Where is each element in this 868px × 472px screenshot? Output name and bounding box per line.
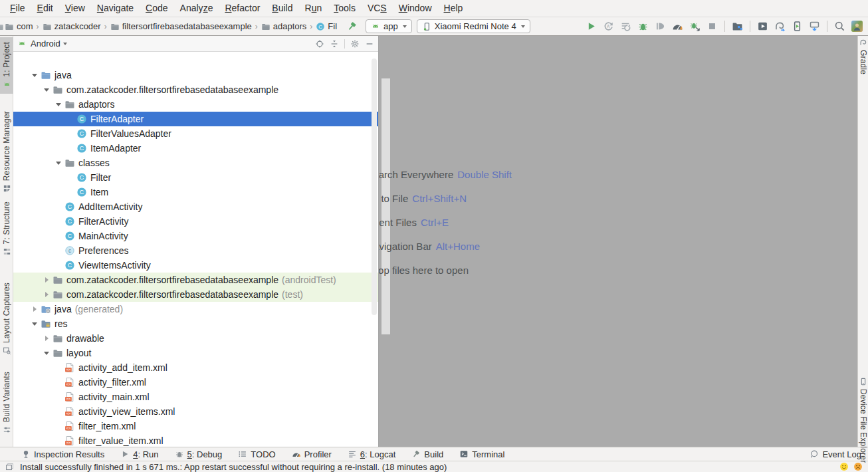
breadcrumb-item-com[interactable]: com xyxy=(5,21,33,31)
toolwindow-toggle-icon[interactable] xyxy=(5,463,14,471)
chevron-collapsed-icon[interactable] xyxy=(41,289,52,300)
menu-item-build[interactable]: Build xyxy=(266,0,298,17)
settings-button[interactable] xyxy=(350,39,360,49)
menu-item-view[interactable]: View xyxy=(59,0,91,17)
chevron-collapsed-icon[interactable] xyxy=(29,304,40,314)
feedback-sad-icon[interactable] xyxy=(853,462,863,471)
apply-changes-restart-button[interactable]: A xyxy=(603,21,614,32)
hide-button[interactable] xyxy=(365,39,374,49)
collapse-all-button[interactable] xyxy=(330,39,339,49)
breadcrumb-item-filtersortfirebasedatabaseexample[interactable]: filtersortfirebasedatabaseexample xyxy=(110,21,252,31)
breadcrumb-item-zatackcoder[interactable]: zatackcoder xyxy=(43,21,101,31)
chevron-collapsed-icon[interactable] xyxy=(41,275,52,285)
menu-item-code[interactable]: Code xyxy=(140,0,173,17)
tree-row-activity-view-items-xml[interactable]: <>activity_view_items.xml xyxy=(13,404,378,419)
tree-row-filter-item-xml[interactable]: <>filter_item.xml xyxy=(13,419,378,433)
tree-row-viewitemsactivity[interactable]: CViewItemsActivity xyxy=(13,258,378,273)
tree-row-com-zatackcoder-filtersortfirebasedatabaseexample[interactable]: com.zatackcoder.filtersortfirebasedataba… xyxy=(13,82,378,97)
chevron-expanded-icon[interactable] xyxy=(29,70,40,80)
chevron-expanded-icon[interactable] xyxy=(41,348,52,358)
run-configuration-selector[interactable]: app xyxy=(366,19,412,33)
stripe-tab-device-file-explorer[interactable]: Device File Explorer xyxy=(858,378,868,463)
chevron-expanded-icon[interactable] xyxy=(53,158,64,168)
tree-row-drawable[interactable]: drawable xyxy=(13,331,378,346)
tree-row-java[interactable]: java xyxy=(13,68,378,82)
debug-button[interactable] xyxy=(637,21,649,32)
chevron-expanded-icon[interactable] xyxy=(29,318,40,329)
run-with-coverage-button[interactable] xyxy=(655,21,666,32)
sync-project-gradle-button[interactable] xyxy=(774,21,786,32)
run-button[interactable] xyxy=(586,21,597,32)
tree-row-filter[interactable]: CFilter xyxy=(13,170,378,185)
stripe-tab-gradle[interactable]: Gradle xyxy=(858,39,868,74)
attach-debugger-button[interactable] xyxy=(689,21,701,32)
tree-row-layout[interactable]: layout xyxy=(13,346,378,360)
tree-item-label: adaptors xyxy=(78,99,114,110)
stripe-tab-resource-manager[interactable]: Resource Manager xyxy=(0,106,13,197)
stripe-tab-layout-captures[interactable]: Layout Captures xyxy=(0,278,13,360)
toolwindow-tab-4-run[interactable]: 4: Run xyxy=(120,449,158,459)
breadcrumb-item-fil[interactable]: CFil xyxy=(316,21,337,31)
menu-item-window[interactable]: Window xyxy=(393,0,438,17)
menu-item-vcs[interactable]: VCS xyxy=(362,0,393,17)
tree-row-filteradapter[interactable]: CFilterAdapter xyxy=(13,112,378,126)
chevron-down-icon[interactable] xyxy=(63,43,67,47)
tree-row-item[interactable]: CItem xyxy=(13,185,378,199)
stop-button[interactable] xyxy=(706,21,718,32)
feedback-happy-icon[interactable] xyxy=(839,462,849,471)
menu-item-refactor[interactable]: Refactor xyxy=(219,0,266,17)
tree-row-com-zatackcoder-filtersortfirebasedatabaseexample-androidtest[interactable]: com.zatackcoder.filtersortfirebasedataba… xyxy=(13,273,378,287)
tree-row-additemactivity[interactable]: CAddItemActivity xyxy=(13,199,378,214)
toolwindow-tab-profiler[interactable]: Profiler xyxy=(292,449,332,459)
profile-button[interactable] xyxy=(672,21,683,32)
menu-item-analyze[interactable]: Analyze xyxy=(174,0,219,17)
tree-row-filteractivity[interactable]: CFilterActivity xyxy=(13,214,378,229)
project-view-selector[interactable]: Android xyxy=(31,39,60,49)
tree-row-itemadapter[interactable]: CItemAdapter xyxy=(13,141,378,156)
run-tool-window-button[interactable] xyxy=(757,21,768,32)
menu-item-help[interactable]: Help xyxy=(438,0,469,17)
chevron-expanded-icon[interactable] xyxy=(53,99,64,110)
toolwindow-tab-event-log[interactable]: Event Log xyxy=(810,449,861,459)
toolwindow-tab-terminal[interactable]: Terminal xyxy=(459,449,504,459)
toolwindow-tab-todo[interactable]: TODO xyxy=(238,449,275,459)
menu-item-tools[interactable]: Tools xyxy=(328,0,362,17)
tree-row-filter-value-item-xml[interactable]: <>filter_value_item.xml xyxy=(13,433,378,447)
stripe-tab-7-structure[interactable]: 7: Structure xyxy=(0,197,13,261)
chevron-expanded-icon[interactable] xyxy=(41,84,52,95)
tree-row-com-zatackcoder-filtersortfirebasedatabaseexample-test[interactable]: com.zatackcoder.filtersortfirebasedataba… xyxy=(13,287,378,302)
android-icon xyxy=(17,39,27,49)
tree-scrollbar[interactable] xyxy=(372,59,377,315)
stripe-tab-1-project[interactable]: 1: Project xyxy=(0,37,13,94)
menu-item-edit[interactable]: Edit xyxy=(31,0,59,17)
avd-manager-button[interactable] xyxy=(792,21,803,32)
toolwindow-tab-5-debug[interactable]: 5: Debug xyxy=(175,449,223,459)
sdk-manager-button[interactable] xyxy=(809,21,820,32)
toolwindow-tab-6-logcat[interactable]: 6: Logcat xyxy=(348,449,396,459)
toolwindow-tab-build[interactable]: Build xyxy=(411,449,443,459)
tree-row-mainactivity[interactable]: CMainActivity xyxy=(13,229,378,243)
locate-file-button[interactable] xyxy=(315,39,324,49)
tree-row-adaptors[interactable]: adaptors xyxy=(13,97,378,112)
tree-row-activity-add-item-xml[interactable]: <>activity_add_item.xml xyxy=(13,360,378,375)
chevron-collapsed-icon[interactable] xyxy=(41,333,52,344)
apply-code-changes-button[interactable] xyxy=(620,21,631,32)
tree-row-activity-main-xml[interactable]: <>activity_main.xml xyxy=(13,390,378,404)
tree-row-activity-filter-xml[interactable]: <>activity_filter.xml xyxy=(13,375,378,390)
tree-row-java-generated[interactable]: java(generated) xyxy=(13,302,378,316)
toolwindow-tab-inspection-results[interactable]: Inspection Results xyxy=(21,449,104,459)
tree-row-res[interactable]: res xyxy=(13,316,378,331)
device-selector[interactable]: Xiaomi Redmi Note 4 xyxy=(417,19,530,33)
breadcrumb-item-adaptors[interactable]: adaptors xyxy=(261,21,307,31)
profile-avatar-button[interactable] xyxy=(851,21,863,32)
tree-row-classes[interactable]: classes xyxy=(13,156,378,170)
device-manager-button[interactable] xyxy=(732,21,743,32)
menu-item-file[interactable]: File xyxy=(4,0,31,17)
tree-row-filtervaluesadapter[interactable]: CFilterValuesAdapter xyxy=(13,126,378,141)
menu-item-navigate[interactable]: Navigate xyxy=(91,0,140,17)
tree-row-preferences[interactable]: cPreferences xyxy=(13,243,378,258)
stripe-tab-build-variants[interactable]: Build Variants xyxy=(0,367,13,439)
build-hammer-icon[interactable] xyxy=(346,21,358,32)
search-everywhere-button[interactable] xyxy=(834,21,845,32)
menu-item-run[interactable]: Run xyxy=(299,0,328,17)
